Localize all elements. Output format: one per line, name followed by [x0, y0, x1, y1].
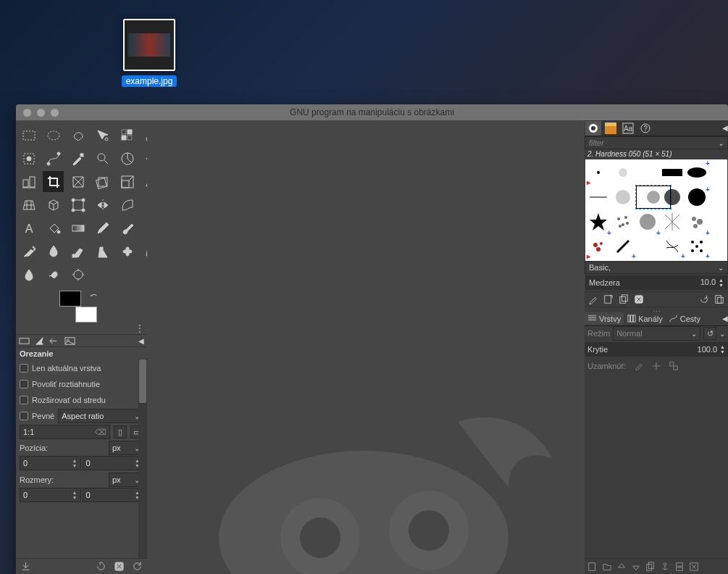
mode-menu-icon[interactable]: ⌄: [719, 330, 725, 338]
size-h-input[interactable]: 0▲▼: [83, 488, 144, 502]
crop-tool[interactable]: [43, 171, 64, 192]
fonts-tab[interactable]: Aa: [620, 121, 636, 136]
heal-tool[interactable]: [117, 241, 138, 262]
brush-filter-input[interactable]: filter ⌄: [585, 136, 728, 149]
blur-tool[interactable]: [18, 264, 39, 285]
reset-preset-icon[interactable]: [132, 561, 143, 572]
collapse-right-top-icon[interactable]: ◀: [722, 124, 728, 132]
unified-transform-tool[interactable]: [67, 171, 88, 192]
ink-tool[interactable]: [43, 241, 64, 262]
bucket-fill-tool[interactable]: [43, 217, 64, 238]
airbrush-tool[interactable]: [18, 241, 39, 262]
mypaint-brush-tool[interactable]: [67, 241, 88, 262]
svg-point-64: [617, 217, 620, 220]
3d-transform-tool[interactable]: [43, 194, 64, 215]
edit-brush-icon[interactable]: [588, 294, 598, 304]
free-select-tool[interactable]: [67, 125, 88, 146]
new-brush-icon[interactable]: [603, 294, 614, 304]
duplicate-layer-icon[interactable]: [645, 562, 656, 572]
fixed-checkbox[interactable]: [20, 412, 28, 420]
flip-tool[interactable]: [92, 194, 113, 215]
fixed-mode-select[interactable]: Aspect ratio⌄: [58, 409, 143, 423]
dodge-burn-tool[interactable]: [67, 264, 88, 285]
device-status-tab-icon[interactable]: [34, 336, 45, 346]
delete-layer-icon[interactable]: [689, 562, 699, 572]
channels-tab[interactable]: Kanály: [624, 312, 666, 325]
collapse-icon[interactable]: ◀: [138, 337, 144, 345]
rect-select-tool[interactable]: [18, 125, 39, 146]
foreground-select-tool[interactable]: [18, 148, 39, 169]
brush-grid[interactable]: ▸ + + + + + ▸ +: [585, 159, 727, 261]
collapse-layers-icon[interactable]: ◀: [722, 315, 728, 323]
current-layer-only-checkbox[interactable]: [20, 364, 28, 373]
images-tab-icon[interactable]: [64, 336, 75, 346]
svg-rect-17: [30, 177, 35, 187]
perspective-tool[interactable]: [18, 194, 39, 215]
portrait-button[interactable]: ▯: [114, 425, 127, 438]
pos-y-input[interactable]: 0▲▼: [83, 456, 144, 470]
new-layer-icon[interactable]: [587, 562, 598, 572]
swap-colors-icon[interactable]: ⤺: [91, 291, 97, 300]
paths-tool[interactable]: [43, 148, 64, 169]
desktop-file[interactable]: example.jpg: [120, 19, 178, 87]
lock-position-icon[interactable]: [651, 361, 661, 371]
clone-tool[interactable]: [92, 241, 113, 262]
options-scrollbar[interactable]: [138, 359, 147, 558]
delete-preset-icon[interactable]: [114, 561, 125, 572]
duplicate-brush-icon[interactable]: [619, 294, 629, 304]
background-color[interactable]: [75, 307, 97, 323]
color-swatches[interactable]: ⤺: [59, 291, 97, 323]
gradient-tool[interactable]: [67, 217, 88, 238]
save-preset-icon[interactable]: [20, 561, 31, 572]
lower-layer-icon[interactable]: [631, 562, 641, 572]
cage-tool[interactable]: [117, 194, 138, 215]
merge-down-icon[interactable]: [674, 562, 685, 572]
new-layer-group-icon[interactable]: [602, 562, 612, 572]
by-color-select-tool[interactable]: [117, 125, 138, 146]
titlebar[interactable]: GNU program na manipuláciu s obrázkami: [16, 104, 728, 120]
brushes-tab[interactable]: [585, 121, 601, 136]
canvas-area[interactable]: [147, 120, 585, 574]
dock-grip-icon[interactable]: ⋮: [16, 323, 147, 334]
pos-x-input[interactable]: 0▲▼: [20, 456, 81, 470]
raise-layer-icon[interactable]: [616, 562, 627, 572]
paintbrush-tool[interactable]: [117, 217, 138, 238]
expand-from-center-checkbox[interactable]: [20, 396, 28, 404]
anchor-layer-icon[interactable]: [660, 562, 670, 572]
layers-list[interactable]: [585, 374, 728, 558]
text-tool[interactable]: A: [18, 217, 39, 238]
lock-alpha-icon[interactable]: [669, 361, 679, 371]
brush-spacing-slider[interactable]: Medzera 10.0▲▼: [585, 275, 727, 290]
ellipse-select-tool[interactable]: [43, 125, 64, 146]
foreground-color[interactable]: [59, 291, 81, 307]
zoom-tool[interactable]: [92, 148, 113, 169]
allow-growing-checkbox[interactable]: [20, 380, 28, 388]
open-as-image-icon[interactable]: [714, 294, 724, 304]
fuzzy-select-tool[interactable]: [92, 125, 113, 146]
mode-reset-button[interactable]: ↺: [703, 327, 716, 340]
color-picker-tool[interactable]: [67, 148, 88, 169]
pencil-tool[interactable]: [92, 217, 113, 238]
paths-tab[interactable]: Cesty: [666, 312, 703, 325]
size-w-input[interactable]: 0▲▼: [20, 488, 81, 502]
patterns-tab[interactable]: [603, 121, 619, 136]
blend-mode-select[interactable]: Normal⌄: [613, 326, 700, 341]
lock-pixels-icon[interactable]: [634, 361, 644, 371]
handle-transform-tool[interactable]: [67, 194, 88, 215]
layers-tab[interactable]: Vrstvy: [585, 312, 624, 325]
document-history-tab[interactable]: ?: [637, 121, 653, 136]
opacity-slider[interactable]: Krytie 100.0 ▲▼: [585, 342, 728, 357]
tool-options-tab-icon[interactable]: [19, 336, 30, 346]
scale-tool[interactable]: [117, 171, 138, 192]
ratio-input[interactable]: 1:1⌫: [20, 425, 110, 439]
rotate-tool[interactable]: [92, 171, 113, 192]
svg-rect-101: [677, 567, 683, 570]
align-tool[interactable]: [18, 171, 39, 192]
restore-preset-icon[interactable]: [96, 561, 106, 572]
refresh-brushes-icon[interactable]: [699, 294, 709, 304]
smudge-tool[interactable]: [43, 264, 64, 285]
measure-tool[interactable]: [117, 148, 138, 169]
undo-history-tab-icon[interactable]: [49, 336, 60, 346]
brush-preset-select[interactable]: Basic,⌄: [585, 261, 728, 274]
delete-brush-icon[interactable]: [634, 294, 644, 304]
